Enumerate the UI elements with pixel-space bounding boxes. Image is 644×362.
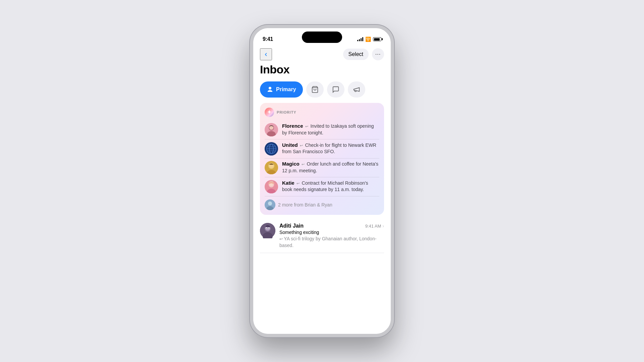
svg-point-29 xyxy=(269,228,269,229)
ellipsis-icon: ··· xyxy=(375,52,381,57)
priority-section: PRIORITY Florence xyxy=(260,103,384,215)
content-area: Inbox Primary xyxy=(253,63,391,334)
reply-icon: ↩ xyxy=(305,124,308,128)
tab-social[interactable] xyxy=(327,81,344,98)
person-icon xyxy=(267,86,273,93)
priority-sparkle-icon xyxy=(265,108,274,117)
phone-frame: 9:41 🛜 ‹ Select xyxy=(250,25,394,337)
avatar-aditi xyxy=(260,223,275,238)
message-icon xyxy=(332,86,339,93)
signal-bar-1 xyxy=(357,40,358,41)
priority-text-magico: Magico ↩ Order lunch and coffee for Neet… xyxy=(282,161,379,174)
signal-bars-icon xyxy=(357,37,363,41)
select-button[interactable]: Select xyxy=(343,49,369,60)
email-subject-aditi: Something exciting xyxy=(279,230,384,235)
priority-label: PRIORITY xyxy=(277,110,296,114)
screen: 9:41 🛜 ‹ Select xyxy=(253,28,391,334)
signal-bar-3 xyxy=(361,38,362,41)
priority-text-katie: Katie ↩ Contract for Michael Robinson's … xyxy=(282,180,379,193)
reply-icon-4: ↩ xyxy=(297,181,300,185)
svg-point-28 xyxy=(266,228,267,229)
tab-promotions[interactable] xyxy=(348,81,365,98)
more-from-section[interactable]: 2 more from Brian & Ryan xyxy=(260,196,384,212)
sender-magico: Magico xyxy=(282,161,300,167)
more-from-text: 2 more from Brian & Ryan xyxy=(278,202,332,207)
email-content-aditi: Aditi Jain 9:41 AM › Something exciting … xyxy=(279,223,384,249)
svg-point-4 xyxy=(269,126,273,130)
back-button[interactable]: ‹ xyxy=(260,48,272,60)
preview-katie: Contract for Michael Robinson's book nee… xyxy=(282,180,368,192)
nav-actions: Select ··· xyxy=(343,48,384,60)
reply-icon-2: ↩ xyxy=(300,143,303,147)
avatar-brian xyxy=(265,199,275,210)
chevron-right-icon: › xyxy=(382,223,384,229)
tab-primary[interactable]: Primary xyxy=(260,81,303,98)
sender-katie: Katie xyxy=(282,180,294,186)
megaphone-icon xyxy=(353,86,360,93)
tab-shopping[interactable] xyxy=(306,81,324,98)
priority-text-florence: Florence ↩ Invited to Izakaya soft openi… xyxy=(282,123,379,136)
priority-item-katie[interactable]: Katie ↩ Contract for Michael Robinson's … xyxy=(260,177,384,196)
svg-point-20 xyxy=(268,201,272,205)
priority-text-united: United ↩ Check-in for flight to Newark E… xyxy=(282,142,379,155)
wifi-icon: 🛜 xyxy=(365,37,371,42)
priority-header: PRIORITY xyxy=(260,108,384,120)
avatar-magico xyxy=(265,161,278,174)
battery-icon xyxy=(373,37,381,41)
status-bar: 9:41 🛜 xyxy=(253,28,391,46)
category-tabs: Primary xyxy=(260,81,384,98)
nav-bar: ‹ Select ··· xyxy=(253,46,391,63)
svg-point-18 xyxy=(270,183,273,186)
email-time-area: 9:41 AM › xyxy=(365,223,384,229)
sender-florence: Florence xyxy=(282,123,303,129)
avatar-florence xyxy=(265,123,278,136)
dynamic-island xyxy=(302,32,342,43)
status-icons: 🛜 xyxy=(357,37,381,42)
page-title: Inbox xyxy=(260,63,384,76)
back-chevron-icon: ‹ xyxy=(265,50,267,59)
battery-fill xyxy=(374,38,380,41)
more-button[interactable]: ··· xyxy=(372,48,384,60)
email-item-aditi[interactable]: Aditi Jain 9:41 AM › Something exciting … xyxy=(260,219,384,253)
avatar-katie xyxy=(265,180,278,193)
priority-item-united[interactable]: United ↩ Check-in for flight to Newark E… xyxy=(260,139,384,158)
cart-icon xyxy=(311,86,319,93)
email-time-aditi: 9:41 AM xyxy=(365,224,381,229)
signal-bar-4 xyxy=(362,37,363,41)
avatar-united xyxy=(265,142,278,156)
tab-primary-label: Primary xyxy=(276,86,296,93)
email-header-aditi: Aditi Jain 9:41 AM › xyxy=(279,223,384,229)
reply-icon-3: ↩ xyxy=(302,162,305,166)
priority-item-magico[interactable]: Magico ↩ Order lunch and coffee for Neet… xyxy=(260,158,384,177)
sender-united: United xyxy=(282,142,298,148)
signal-bar-2 xyxy=(359,39,360,41)
email-sender-aditi: Aditi Jain xyxy=(279,223,304,229)
priority-item-florence[interactable]: Florence ↩ Invited to Izakaya soft openi… xyxy=(260,120,384,139)
reply-indicator-icon: ↩ xyxy=(279,237,284,241)
status-time: 9:41 xyxy=(263,36,273,42)
email-preview-aditi: ↩ YA sci-fi trilogy by Ghanaian author, … xyxy=(279,236,384,249)
